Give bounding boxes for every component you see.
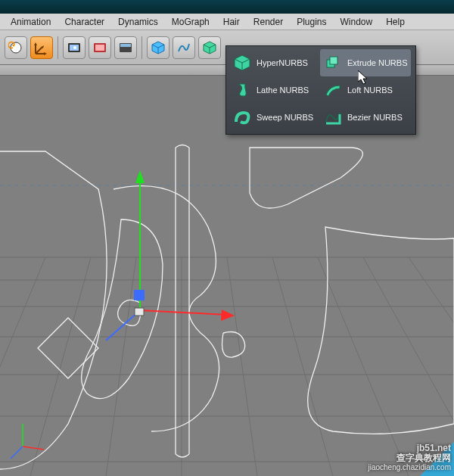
- menu-dynamics[interactable]: Dynamics: [112, 15, 164, 29]
- undo-button[interactable]: [5, 36, 27, 59]
- render-view-button[interactable]: [63, 36, 86, 59]
- menu-item-lathe-nurbs[interactable]: Lathe NURBS: [229, 76, 320, 104]
- bezier-icon: [323, 107, 343, 127]
- menu-mograph[interactable]: MoGraph: [166, 15, 216, 29]
- menu-item-extrude-nurbs[interactable]: Extrude NURBS: [320, 49, 411, 76]
- nurbs-popup-menu: HyperNURBS Extrude NURBS Lathe NURBS Lof…: [225, 45, 416, 135]
- cube-primitive-button[interactable]: [147, 36, 169, 59]
- svg-point-7: [73, 46, 76, 49]
- menu-character[interactable]: Character: [58, 15, 110, 29]
- lathe-icon: [232, 80, 252, 100]
- window-titlebar: [0, 0, 454, 14]
- svg-rect-11: [120, 44, 131, 47]
- loft-icon: [323, 80, 343, 100]
- picture-viewer-button[interactable]: [114, 36, 137, 59]
- menu-plugins[interactable]: Plugins: [291, 15, 332, 29]
- popup-label: Sweep NURBS: [257, 113, 313, 122]
- menu-help[interactable]: Help: [380, 15, 411, 29]
- watermark-line2: jiaocheng.chazidian.com: [368, 463, 451, 471]
- svg-line-28: [272, 257, 333, 476]
- svg-line-42: [23, 446, 44, 450]
- render-settings-button[interactable]: [89, 36, 111, 59]
- menu-item-bezier-nurbs[interactable]: Bezier NURBS: [320, 104, 411, 131]
- svg-marker-2: [34, 42, 37, 45]
- svg-line-27: [227, 257, 257, 476]
- svg-marker-3: [44, 52, 47, 55]
- watermark-line1: 查字典教程网: [368, 453, 451, 463]
- svg-line-24: [30, 257, 91, 476]
- svg-line-36: [140, 310, 227, 315]
- popup-label: Loft NURBS: [347, 86, 393, 95]
- popup-label: Extrude NURBS: [347, 58, 407, 67]
- menu-bar: Animation Character Dynamics MoGraph Hai…: [0, 14, 454, 30]
- svg-line-43: [11, 446, 23, 459]
- menu-render[interactable]: Render: [247, 15, 289, 29]
- menu-hair[interactable]: Hair: [217, 15, 246, 29]
- move-tool[interactable]: [30, 36, 53, 59]
- popup-label: HyperNURBS: [257, 58, 308, 67]
- menu-animation[interactable]: Animation: [5, 15, 57, 29]
- hypernurbs-icon: [232, 53, 252, 73]
- svg-rect-47: [330, 57, 337, 64]
- sweep-icon: [232, 107, 252, 127]
- svg-rect-39: [134, 290, 145, 300]
- nurbs-button[interactable]: [198, 36, 221, 59]
- viewport-scene: [0, 76, 454, 476]
- viewport[interactable]: [0, 76, 454, 476]
- watermark-text: jb51.net 查字典教程网 jiaocheng.chazidian.com: [368, 443, 451, 471]
- svg-marker-35: [135, 170, 145, 183]
- popup-label: Bezier NURBS: [347, 113, 403, 122]
- menu-item-hypernurbs[interactable]: HyperNURBS: [229, 49, 320, 76]
- toolbar-separator: [141, 36, 142, 59]
- menu-item-loft-nurbs[interactable]: Loft NURBS: [320, 76, 411, 104]
- site-tag: jb51.net: [368, 443, 451, 453]
- extrude-icon: [323, 53, 343, 73]
- mini-axis: [11, 424, 44, 459]
- toolbar-separator: [58, 36, 58, 59]
- svg-marker-37: [221, 310, 235, 321]
- svg-rect-9: [95, 45, 104, 51]
- popup-label: Lathe NURBS: [257, 86, 309, 95]
- spline-button[interactable]: [173, 36, 195, 59]
- menu-item-sweep-nurbs[interactable]: Sweep NURBS: [229, 104, 320, 131]
- menu-window[interactable]: Window: [334, 15, 379, 29]
- svg-rect-40: [135, 308, 144, 316]
